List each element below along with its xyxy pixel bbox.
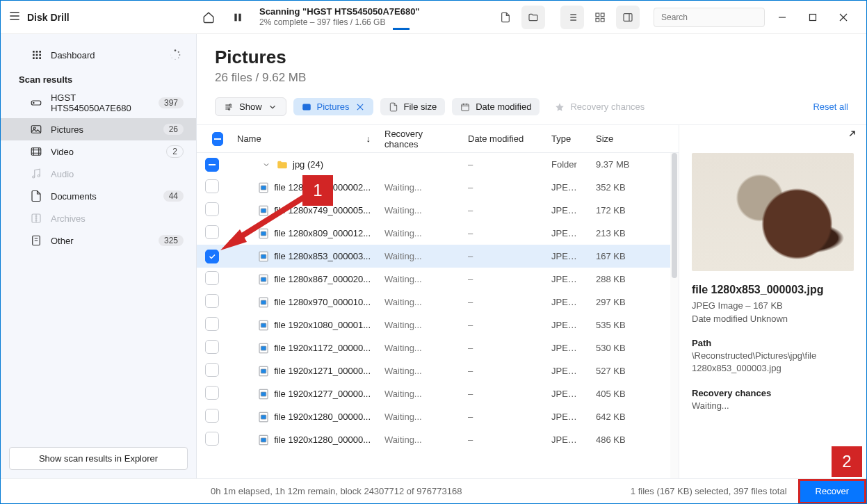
pictures-icon [30,123,42,136]
search-box[interactable] [654,8,765,27]
home-icon[interactable] [197,6,220,29]
view-sidepanel-icon[interactable] [616,6,640,29]
maximize-icon[interactable] [800,6,826,29]
minimize-icon[interactable] [769,6,795,29]
table-row[interactable]: file 1920x1277_00000... Waiting... – JPE… [197,382,679,405]
folder-icon[interactable] [521,6,545,29]
row-checkbox[interactable] [205,363,219,377]
row-checkbox[interactable] [205,317,219,331]
row-checkbox[interactable] [205,340,219,354]
row-recovery: Waiting... [378,320,461,330]
col-recovery[interactable]: Recovery chances [378,129,461,149]
sidebar-count-badge: 44 [163,190,184,202]
row-checkbox[interactable] [205,409,219,423]
row-type: Folder [544,159,589,170]
remove-filter-icon[interactable] [355,102,365,112]
chip-label: Show [239,101,262,112]
row-checkbox[interactable] [205,294,219,308]
col-date[interactable]: Date modified [461,133,544,144]
preview-type: JPEG Image – 167 KB [692,300,854,311]
row-recovery: Waiting... [378,274,461,284]
select-all-checkbox[interactable] [212,132,223,146]
scrollbar[interactable] [670,153,679,478]
sidebar-item-audio[interactable]: Audio [1,163,196,185]
sidebar-item-disk[interactable]: HGST HTS545050A7E680 397 [1,88,196,118]
audio-icon [30,168,42,180]
sidebar-item-label: Archives [51,213,86,224]
row-checkbox[interactable] [205,225,219,239]
row-checkbox[interactable] [205,250,219,263]
sidebar-dashboard[interactable]: Dashboard [1,34,196,63]
scrollbar-thumb[interactable] [672,153,677,278]
image-file-icon [257,434,270,446]
sidebar-item-label: Documents [51,191,97,202]
reset-filters[interactable]: Reset all [813,101,848,112]
expand-icon[interactable] [844,129,857,144]
row-date: – [461,205,544,216]
row-recovery: Waiting... [378,366,461,376]
row-type: JPEG Im... [544,366,589,376]
other-icon [30,234,42,247]
image-file-icon [257,250,270,263]
sliders-icon [224,102,234,112]
sidebar-item-other[interactable]: Other 325 [1,229,196,252]
recover-button[interactable]: Recover [798,479,866,504]
row-filename: file 1920x1080_00001... [274,320,371,330]
close-icon[interactable] [830,6,857,29]
show-menu[interactable]: Show [215,97,286,116]
row-type: JPEG Im... [544,343,589,353]
row-checkbox[interactable] [205,386,219,400]
filter-datemodified[interactable]: Date modified [452,98,540,115]
pause-icon[interactable] [226,6,250,29]
table-row[interactable]: file 1280x970_000010... Waiting... – JPE… [197,291,679,314]
row-checkbox[interactable] [205,179,219,193]
row-date: – [461,320,544,330]
row-checkbox[interactable] [205,202,219,216]
sidebar-item-pictures[interactable]: Pictures 26 [1,118,196,140]
row-filename: jpg (24) [293,159,323,170]
preview-recovery-label: Recovery chances [692,388,854,398]
page-subtitle: 26 files / 9.62 MB [215,71,848,85]
image-file-icon [257,342,270,355]
scan-title: Scanning "HGST HTS545050A7E680" [259,6,420,17]
image-file-icon [257,388,270,400]
chip-label: Pictures [317,101,350,112]
table-row[interactable]: file 1920x1280_00000... Waiting... – JPE… [197,405,679,428]
filter-filesize[interactable]: File size [380,98,446,115]
row-size: 642 KB [589,412,638,422]
row-recovery: Waiting... [378,389,461,399]
sidebar-item-video[interactable]: Video 2 [1,140,196,163]
table-row[interactable]: file 1920x1271_00000... Waiting... – JPE… [197,359,679,382]
row-recovery: Waiting... [378,434,461,445]
table-row[interactable]: file 1920x1080_00001... Waiting... – JPE… [197,314,679,336]
svg-rect-4 [596,18,599,22]
row-type: JPEG Im... [544,297,589,307]
table-row[interactable]: file 1920x1280_00000... Waiting... – JPE… [197,428,679,451]
col-size[interactable]: Size [589,133,638,144]
col-type[interactable]: Type [544,133,589,144]
sidebar-item-documents[interactable]: Documents 44 [1,185,196,207]
table-row[interactable]: file 1920x1172_00000... Waiting... – JPE… [197,336,679,359]
row-type: JPEG Im... [544,251,589,261]
search-input[interactable] [660,12,767,23]
row-checkbox[interactable] [205,432,219,446]
status-progress: 0h 1m elapsed, 1h 12m remain, block 2430… [197,486,462,496]
image-file-icon [257,319,270,332]
row-checkbox[interactable] [205,158,219,172]
folder-row[interactable]: jpg (24) – Folder 9.37 MB [197,153,679,176]
menu-icon[interactable] [8,9,22,25]
svg-rect-3 [601,13,604,17]
row-checkbox[interactable] [205,271,219,285]
col-name[interactable]: Name↓ [230,133,378,144]
file-icon[interactable] [494,6,517,29]
view-grid-icon[interactable] [588,6,612,29]
filter-pictures[interactable]: Pictures [293,98,373,115]
filter-recoverychances[interactable]: Recovery chances [546,98,653,115]
preview-filename: file 1280x853_000003.jpg [692,284,854,296]
show-in-explorer-button[interactable]: Show scan results in Explorer [9,447,188,470]
chevron-down-icon[interactable] [261,159,272,170]
sidebar-item-label: Audio [51,169,74,179]
sidebar-item-archives[interactable]: Archives [1,207,196,229]
table-row[interactable]: file 1280x867_000020... Waiting... – JPE… [197,268,679,291]
view-list-icon[interactable] [560,6,584,29]
